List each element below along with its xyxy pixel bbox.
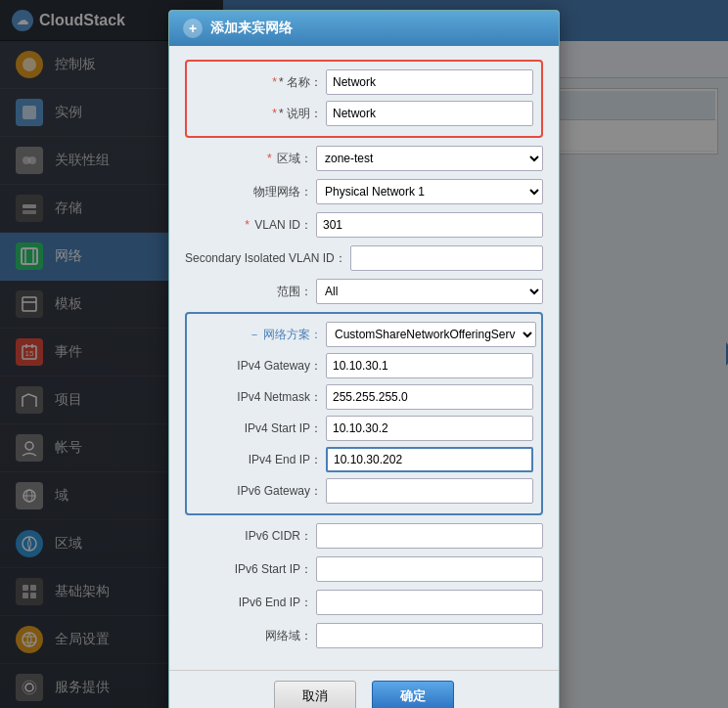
ipv6-gateway-row: IPv6 Gateway： bbox=[195, 478, 533, 504]
ipv4-netmask-row: IPv4 Netmask： bbox=[195, 384, 533, 410]
ipv4-gateway-input[interactable] bbox=[326, 353, 533, 378]
name-group: ** 名称： ** 说明： bbox=[185, 60, 543, 138]
ipv4-gateway-row: IPv4 Gateway： bbox=[195, 353, 533, 378]
physical-network-select[interactable]: Physical Network 1 bbox=[316, 179, 543, 204]
zone-select[interactable]: zone-test bbox=[316, 146, 543, 171]
ipv6-gateway-input[interactable] bbox=[326, 478, 533, 504]
scope-label: 范围： bbox=[185, 284, 312, 300]
network-domain-label: 网络域： bbox=[185, 628, 312, 644]
ipv4-start-input[interactable] bbox=[326, 416, 533, 441]
desc-label: ** 说明： bbox=[195, 106, 322, 122]
ipv6-start-label: IPv6 Start IP： bbox=[185, 561, 312, 578]
add-network-modal: + 添加来宾网络 ** 名称： ** 说明： bbox=[168, 10, 560, 708]
modal-overlay: + 添加来宾网络 ** 名称： ** 说明： bbox=[0, 0, 728, 708]
zone-label: * 区域： bbox=[185, 151, 312, 167]
ipv4-gateway-label: IPv4 Gateway： bbox=[195, 358, 322, 375]
modal-plus-icon: + bbox=[183, 19, 203, 38]
name-input[interactable] bbox=[326, 69, 533, 95]
desc-input[interactable] bbox=[326, 101, 533, 126]
zone-row: * 区域： zone-test bbox=[185, 146, 543, 171]
desc-row: ** 说明： bbox=[195, 101, 533, 126]
ipv4-start-label: IPv4 Start IP： bbox=[195, 420, 322, 437]
confirm-button[interactable]: 确定 bbox=[372, 681, 454, 708]
ipv4-end-input[interactable] bbox=[326, 447, 533, 472]
ipv4-end-row: IPv4 End IP： bbox=[195, 447, 533, 472]
ipv6-end-input[interactable] bbox=[316, 590, 543, 615]
modal-header: + 添加来宾网络 bbox=[169, 11, 559, 46]
name-row: ** 名称： bbox=[195, 69, 533, 95]
network-domain-row: 网络域： bbox=[185, 623, 543, 648]
physical-network-label: 物理网络： bbox=[185, 184, 312, 200]
ipv4-netmask-label: IPv4 Netmask： bbox=[195, 389, 322, 406]
network-offering-group: － 网络方案： CustomShareNetworkOfferingServ I… bbox=[185, 312, 543, 515]
physical-network-row: 物理网络： Physical Network 1 bbox=[185, 179, 543, 204]
ipv6-cidr-label: IPv6 CIDR： bbox=[185, 528, 312, 545]
vlan-input[interactable] bbox=[316, 212, 543, 238]
ipv6-end-label: IPv6 End IP： bbox=[185, 595, 312, 611]
cancel-button[interactable]: 取消 bbox=[274, 681, 356, 708]
ipv6-start-input[interactable] bbox=[316, 556, 543, 582]
scope-row: 范围： All bbox=[185, 279, 543, 304]
ipv6-end-row: IPv6 End IP： bbox=[185, 590, 543, 615]
ipv4-start-row: IPv4 Start IP： bbox=[195, 416, 533, 441]
secondary-vlan-input[interactable] bbox=[350, 245, 543, 271]
ipv4-end-label: IPv4 End IP： bbox=[195, 452, 322, 468]
ipv6-cidr-input[interactable] bbox=[316, 523, 543, 549]
modal-footer: 取消 确定 bbox=[169, 670, 559, 708]
vlan-label: * VLAN ID： bbox=[185, 217, 312, 234]
modal-title: 添加来宾网络 bbox=[210, 20, 293, 37]
ipv6-cidr-row: IPv6 CIDR： bbox=[185, 523, 543, 549]
scope-select[interactable]: All bbox=[316, 279, 543, 304]
vlan-row: * VLAN ID： bbox=[185, 212, 543, 238]
network-domain-input[interactable] bbox=[316, 623, 543, 648]
ipv6-start-row: IPv6 Start IP： bbox=[185, 556, 543, 582]
secondary-vlan-label: Secondary Isolated VLAN ID： bbox=[185, 250, 346, 267]
name-label: ** 名称： bbox=[195, 74, 322, 91]
secondary-vlan-row: Secondary Isolated VLAN ID： bbox=[185, 245, 543, 271]
ipv4-netmask-input[interactable] bbox=[326, 384, 533, 410]
network-offering-label: － 网络方案： bbox=[195, 327, 322, 343]
network-offering-row: － 网络方案： CustomShareNetworkOfferingServ bbox=[195, 322, 533, 347]
ipv6-gateway-label: IPv6 Gateway： bbox=[195, 483, 322, 500]
network-offering-select[interactable]: CustomShareNetworkOfferingServ bbox=[326, 322, 536, 347]
modal-body: ** 名称： ** 说明： * 区域： zone-test bbox=[169, 46, 559, 670]
